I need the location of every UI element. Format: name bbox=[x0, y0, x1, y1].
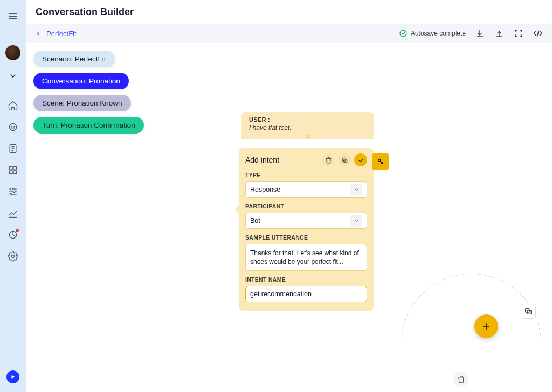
intent-name-label: INTENT NAME bbox=[245, 276, 367, 283]
menu-icon[interactable] bbox=[4, 8, 22, 27]
home-icon[interactable] bbox=[6, 99, 19, 112]
svg-point-19 bbox=[10, 193, 11, 195]
svg-point-27 bbox=[378, 159, 381, 162]
sidebar-nav bbox=[6, 99, 19, 263]
subbar: PerfectFit Autosave complete bbox=[26, 24, 552, 43]
pill-conversation[interactable]: Conversation: Pronation bbox=[33, 73, 129, 89]
canvas-copy-button[interactable] bbox=[521, 304, 536, 319]
fullscreen-icon[interactable] bbox=[513, 28, 524, 39]
pill-scenario[interactable]: Scenario: PerfectFit bbox=[33, 51, 115, 67]
svg-rect-11 bbox=[13, 166, 17, 170]
node-settings-button[interactable] bbox=[372, 153, 389, 170]
decorative-arc bbox=[401, 274, 541, 392]
canvas-delete-button[interactable] bbox=[453, 372, 468, 387]
autosave-label: Autosave complete bbox=[411, 30, 466, 37]
intent-name-input[interactable]: get recommendation bbox=[245, 286, 367, 302]
autosave-status: Autosave complete bbox=[399, 29, 466, 38]
pill-scene[interactable]: Scene: Pronation Known bbox=[33, 95, 131, 111]
sample-utterance-input[interactable]: Thanks for that. Let's see what kind of … bbox=[245, 244, 367, 271]
download-icon[interactable] bbox=[474, 28, 485, 39]
sidebar bbox=[0, 0, 26, 392]
svg-line-24 bbox=[537, 30, 539, 37]
code-icon[interactable] bbox=[533, 28, 543, 39]
intent-card[interactable]: Add intent TYPE Response PARTICIPANT Bot… bbox=[239, 148, 374, 311]
app-title: Conversation Builder bbox=[36, 6, 134, 18]
svg-rect-13 bbox=[13, 171, 17, 174]
sliders-icon[interactable] bbox=[6, 185, 19, 198]
type-label: TYPE bbox=[245, 172, 367, 178]
svg-marker-22 bbox=[12, 375, 15, 379]
canvas[interactable]: Scenario: PerfectFit Conversation: Prona… bbox=[26, 43, 552, 392]
chevron-down-icon bbox=[350, 215, 362, 227]
grid-icon[interactable] bbox=[6, 164, 19, 177]
gear-icon[interactable] bbox=[6, 250, 19, 263]
document-icon[interactable] bbox=[6, 142, 19, 155]
chevron-down-icon bbox=[350, 184, 362, 195]
breadcrumb-item[interactable]: PerfectFit bbox=[46, 30, 77, 38]
participant-label: PARTICIPANT bbox=[245, 203, 367, 209]
play-button[interactable] bbox=[6, 370, 19, 383]
svg-point-4 bbox=[11, 126, 12, 127]
context-pills: Scenario: PerfectFit Conversation: Prona… bbox=[33, 51, 144, 134]
svg-point-15 bbox=[11, 188, 12, 190]
svg-rect-10 bbox=[9, 166, 12, 170]
add-node-button[interactable] bbox=[474, 314, 498, 338]
svg-point-5 bbox=[14, 126, 15, 127]
pie-icon[interactable] bbox=[6, 228, 19, 241]
pill-turn[interactable]: Turn: Pronation Confirmation bbox=[33, 117, 144, 134]
svg-point-3 bbox=[9, 123, 16, 130]
chevron-down-icon[interactable] bbox=[8, 71, 18, 83]
svg-rect-12 bbox=[9, 171, 12, 174]
svg-point-17 bbox=[13, 191, 15, 192]
analytics-icon[interactable] bbox=[6, 207, 19, 220]
delete-button[interactable] bbox=[322, 153, 335, 166]
topbar: Conversation Builder bbox=[26, 0, 552, 24]
user-node-text: I have flat feet. bbox=[249, 124, 367, 131]
connector bbox=[307, 137, 308, 149]
bot-icon[interactable] bbox=[6, 121, 19, 134]
sample-label: SAMPLE UTTERANCE bbox=[245, 234, 367, 241]
user-node-label: USER : bbox=[249, 116, 367, 123]
avatar[interactable] bbox=[5, 45, 20, 60]
svg-point-21 bbox=[12, 255, 15, 258]
intent-name-value: get recommendation bbox=[250, 290, 312, 298]
svg-point-23 bbox=[400, 30, 406, 37]
back-chevron-icon[interactable] bbox=[34, 30, 42, 37]
pointer-icon bbox=[234, 205, 239, 214]
intent-title: Add intent bbox=[245, 156, 279, 164]
type-select[interactable]: Response bbox=[245, 181, 367, 198]
main: Conversation Builder PerfectFit Autosave… bbox=[26, 0, 552, 392]
subbar-right: Autosave complete bbox=[399, 28, 543, 39]
participant-select[interactable]: Bot bbox=[245, 213, 367, 229]
copy-button[interactable] bbox=[338, 153, 351, 166]
confirm-button[interactable] bbox=[354, 153, 367, 166]
upload-icon[interactable] bbox=[494, 28, 505, 39]
type-value: Response bbox=[250, 186, 280, 193]
svg-point-28 bbox=[382, 162, 383, 164]
participant-value: Bot bbox=[250, 217, 260, 225]
